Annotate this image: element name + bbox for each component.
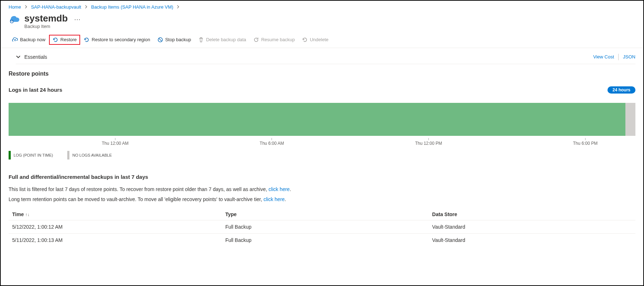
essentials-label: Essentials: [24, 54, 47, 60]
restore-secondary-label: Restore to secondary region: [92, 37, 150, 42]
column-header-datastore[interactable]: Data Store: [429, 209, 635, 220]
tick-label: Thu 12:00 AM: [102, 138, 128, 146]
sort-icon: ↑↓: [25, 212, 29, 217]
cloud-backup-icon: [9, 15, 20, 25]
delete-backup-data-label: Delete backup data: [206, 37, 246, 42]
tick-label: Thu 6:00 PM: [573, 138, 597, 146]
undo-icon: [302, 37, 308, 43]
full-backups-heading: Full and differential/incremental backup…: [9, 174, 635, 180]
trash-icon: [198, 37, 204, 43]
table-row[interactable]: 5/12/2022, 1:00:12 AM Full Backup Vault-…: [9, 220, 635, 233]
log-segment-available: [9, 103, 625, 136]
logs-label: Logs in last 24 hours: [9, 87, 62, 93]
breadcrumb-vault[interactable]: SAP-HANA-backupvault: [31, 4, 81, 10]
column-header-time[interactable]: Time↑↓: [9, 209, 222, 220]
breadcrumb-backup-items[interactable]: Backup Items (SAP HANA in Azure VM): [91, 4, 174, 10]
undo-icon: [53, 37, 58, 43]
resume-backup-label: Resume backup: [261, 37, 295, 42]
json-link[interactable]: JSON: [623, 54, 635, 59]
tick-label: Thu 6:00 AM: [260, 138, 284, 146]
legend-swatch-gray: [67, 151, 69, 159]
restore-points-heading: Restore points: [9, 71, 635, 77]
cell-datastore: Vault-Standard: [429, 220, 635, 233]
click-here-link-2[interactable]: click here: [263, 196, 284, 202]
breadcrumb: Home SAP-HANA-backupvault Backup Items (…: [1, 1, 643, 12]
click-here-link-1[interactable]: click here: [269, 186, 290, 192]
essentials-bar: Essentials View Cost JSON: [16, 52, 635, 64]
restore-button[interactable]: Restore: [49, 35, 80, 45]
column-header-type[interactable]: Type: [222, 209, 429, 220]
page-title: systemdb: [24, 13, 68, 24]
page-header: systemdb Backup Item ⋯: [1, 12, 643, 34]
refresh-icon: [253, 37, 259, 43]
restore-label: Restore: [60, 37, 77, 42]
time-range-pill[interactable]: 24 hours: [608, 86, 635, 94]
chevron-right-icon: [177, 4, 180, 10]
log-timeline[interactable]: [9, 103, 635, 136]
breadcrumb-home[interactable]: Home: [9, 4, 21, 10]
view-cost-link[interactable]: View Cost: [593, 54, 614, 59]
delete-backup-data-button: Delete backup data: [195, 35, 250, 45]
restore-secondary-button[interactable]: Restore to secondary region: [80, 35, 153, 45]
essentials-toggle[interactable]: Essentials: [16, 54, 47, 60]
chevron-right-icon: [25, 4, 28, 10]
command-toolbar: Backup now Restore Restore to secondary …: [1, 34, 643, 48]
cell-time: 5/12/2022, 1:00:12 AM: [9, 220, 222, 233]
cell-type: Full Backup: [222, 220, 429, 233]
log-timeline-ticks: Thu 12:00 AM Thu 6:00 AM Thu 12:00 PM Th…: [9, 138, 635, 147]
legend-no-logs: NO LOGS AVAILABLE: [72, 153, 112, 157]
backup-now-label: Backup now: [20, 37, 45, 42]
separator: [618, 54, 619, 60]
backups-desc-1: This list is filtered for last 7 days of…: [9, 186, 635, 192]
stop-backup-button[interactable]: Stop backup: [154, 35, 195, 45]
stop-backup-label: Stop backup: [165, 37, 191, 42]
log-legend: LOG (POINT IN TIME) NO LOGS AVAILABLE: [9, 151, 635, 159]
legend-swatch-green: [9, 151, 11, 159]
legend-log-pit: LOG (POINT IN TIME): [14, 153, 53, 157]
backup-now-button[interactable]: Backup now: [9, 35, 49, 45]
cloud-upload-icon: [12, 37, 18, 43]
restore-points-table: Time↑↓ Type Data Store 5/12/2022, 1:00:1…: [9, 209, 635, 247]
chevron-right-icon: [85, 4, 88, 10]
undelete-button: Undelete: [298, 35, 332, 45]
table-row[interactable]: 5/11/2022, 1:00:13 AM Full Backup Vault-…: [9, 233, 635, 247]
cell-datastore: Vault-Standard: [429, 233, 635, 247]
page-subtitle: Backup Item: [24, 24, 68, 29]
prohibit-icon: [157, 37, 163, 43]
undelete-label: Undelete: [310, 37, 328, 42]
chevron-down-icon: [16, 54, 21, 60]
backups-desc-2: Long term retention points can be moved …: [9, 196, 635, 202]
cell-type: Full Backup: [222, 233, 429, 247]
ellipsis-icon[interactable]: ⋯: [74, 15, 80, 23]
cell-time: 5/11/2022, 1:00:13 AM: [9, 233, 222, 247]
undo-icon: [84, 37, 89, 43]
log-segment-unavailable: [625, 103, 635, 136]
resume-backup-button: Resume backup: [250, 35, 298, 45]
tick-label: Thu 12:00 PM: [415, 138, 442, 146]
